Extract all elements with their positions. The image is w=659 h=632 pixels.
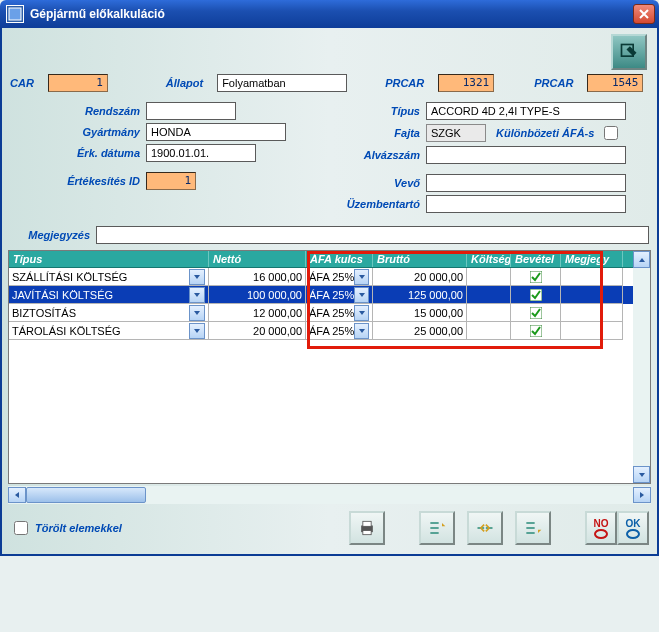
cell-netto[interactable]: 100 000,00 <box>209 286 306 304</box>
cell-megjegy[interactable] <box>561 286 623 304</box>
th-koltseg[interactable]: Költség <box>467 251 511 267</box>
scroll-left-button[interactable] <box>8 487 26 503</box>
car-label: CAR <box>10 77 34 89</box>
cell-tipus[interactable]: JAVÍTÁSI KÖLTSÉG <box>9 286 209 304</box>
gyartmany-label: Gyártmány <box>10 126 140 138</box>
cell-koltseg[interactable] <box>467 286 511 304</box>
th-tipus[interactable]: Típus <box>9 251 209 267</box>
th-bevetel[interactable]: Bevétel <box>511 251 561 267</box>
th-megjegy[interactable]: Megjegy <box>561 251 623 267</box>
ertid-label: Értékesítés ID <box>10 175 140 187</box>
dropdown-icon[interactable] <box>354 323 369 339</box>
prcar2-value: 1545 <box>587 74 643 92</box>
sort-button-3[interactable] <box>515 511 551 545</box>
cell-bevetel[interactable] <box>511 322 561 340</box>
table-body: SZÁLLÍTÁSI KÖLTSÉG16 000,00ÁFA 25%20 000… <box>9 268 650 340</box>
cell-brutto[interactable]: 125 000,00 <box>373 286 467 304</box>
cell-koltseg[interactable] <box>467 304 511 322</box>
cell-afa[interactable]: ÁFA 25% <box>306 322 373 340</box>
svg-point-10 <box>627 530 639 538</box>
svg-rect-7 <box>363 521 371 526</box>
cell-megjegy[interactable] <box>561 322 623 340</box>
print-button[interactable] <box>349 511 385 545</box>
th-brutto[interactable]: Bruttó <box>373 251 467 267</box>
allapot-label: Állapot <box>166 77 203 89</box>
cell-bevetel[interactable] <box>511 286 561 304</box>
cell-bevetel[interactable] <box>511 304 561 322</box>
table-row[interactable]: BIZTOSÍTÁS12 000,00ÁFA 25%15 000,00 <box>9 304 650 322</box>
fajta-field[interactable] <box>426 124 486 142</box>
scroll-thumb[interactable] <box>26 487 146 503</box>
svg-point-9 <box>595 530 607 538</box>
cell-afa[interactable]: ÁFA 25% <box>306 286 373 304</box>
cell-koltseg[interactable] <box>467 268 511 286</box>
dropdown-icon[interactable] <box>189 323 205 339</box>
table-row[interactable]: SZÁLLÍTÁSI KÖLTSÉG16 000,00ÁFA 25%20 000… <box>9 268 650 286</box>
th-netto[interactable]: Nettó <box>209 251 306 267</box>
no-button-label: NO <box>594 518 609 529</box>
car-value: 1 <box>48 74 108 92</box>
torolt-elemekkel-text: Törölt elemekkel <box>35 522 122 534</box>
cell-bevetel[interactable] <box>511 268 561 286</box>
cell-megjegy[interactable] <box>561 304 623 322</box>
prcar2-label: PRCAR <box>534 77 573 89</box>
edit-button[interactable] <box>611 34 647 70</box>
ok-button[interactable]: OK <box>617 511 649 545</box>
torolt-elemekkel-label[interactable]: Törölt elemekkel <box>10 518 122 538</box>
megjegyzes-label: Megjegyzés <box>10 229 90 241</box>
cell-afa[interactable]: ÁFA 25% <box>306 304 373 322</box>
ertid-value: 1 <box>146 172 196 190</box>
cell-koltseg[interactable] <box>467 322 511 340</box>
cell-netto[interactable]: 16 000,00 <box>209 268 306 286</box>
scroll-right-button[interactable] <box>633 487 651 503</box>
alvazszam-field[interactable] <box>426 146 626 164</box>
th-afakulcs[interactable]: ÁFA kulcs <box>306 251 373 267</box>
titlebar: Gépjármű előkalkuláció <box>0 0 659 28</box>
table-row[interactable]: TÁROLÁSI KÖLTSÉG20 000,00ÁFA 25%25 000,0… <box>9 322 650 340</box>
vertical-scrollbar[interactable] <box>633 251 650 483</box>
uzembentarto-label: Üzembentartó <box>330 198 420 210</box>
dropdown-icon[interactable] <box>189 269 205 285</box>
torolt-elemekkel-checkbox[interactable] <box>14 521 28 535</box>
top-toolbar <box>2 28 657 74</box>
table-row[interactable]: JAVÍTÁSI KÖLTSÉG100 000,00ÁFA 25%125 000… <box>9 286 650 304</box>
fajta-label: Fajta <box>330 127 420 139</box>
uzembentarto-field[interactable] <box>426 195 626 213</box>
kulonbozeti-checkbox[interactable] <box>604 126 618 140</box>
dropdown-icon[interactable] <box>189 287 205 303</box>
gyartmany-field[interactable] <box>146 123 286 141</box>
rendszam-field[interactable] <box>146 102 236 120</box>
kulonbozeti-label: Különbözeti ÁFÁ-s <box>496 127 594 139</box>
horizontal-scrollbar[interactable] <box>8 486 651 504</box>
no-button[interactable]: NO <box>585 511 617 545</box>
cell-tipus[interactable]: BIZTOSÍTÁS <box>9 304 209 322</box>
scroll-down-button[interactable] <box>633 466 650 483</box>
cell-netto[interactable]: 12 000,00 <box>209 304 306 322</box>
erkdatuma-field[interactable] <box>146 144 256 162</box>
dropdown-icon[interactable] <box>189 305 205 321</box>
erkdatuma-label: Érk. dátuma <box>10 147 140 159</box>
sort-button-1[interactable] <box>419 511 455 545</box>
cell-tipus[interactable]: SZÁLLÍTÁSI KÖLTSÉG <box>9 268 209 286</box>
cell-afa[interactable]: ÁFA 25% <box>306 268 373 286</box>
dropdown-icon[interactable] <box>354 287 369 303</box>
vevo-field[interactable] <box>426 174 626 192</box>
dropdown-icon[interactable] <box>354 305 369 321</box>
cell-tipus[interactable]: TÁROLÁSI KÖLTSÉG <box>9 322 209 340</box>
close-button[interactable] <box>633 4 655 24</box>
tipus-field[interactable] <box>426 102 626 120</box>
rendszam-label: Rendszám <box>10 105 140 117</box>
cell-brutto[interactable]: 25 000,00 <box>373 322 467 340</box>
window-title: Gépjármű előkalkuláció <box>30 7 633 21</box>
scroll-up-button[interactable] <box>633 251 650 268</box>
prcar1-label: PRCAR <box>385 77 424 89</box>
cell-brutto[interactable]: 20 000,00 <box>373 268 467 286</box>
cell-megjegy[interactable] <box>561 268 623 286</box>
sort-button-2[interactable] <box>467 511 503 545</box>
cell-netto[interactable]: 20 000,00 <box>209 322 306 340</box>
cell-brutto[interactable]: 15 000,00 <box>373 304 467 322</box>
tipus-label: Típus <box>330 105 420 117</box>
allapot-field[interactable] <box>217 74 347 92</box>
megjegyzes-field[interactable] <box>96 226 649 244</box>
dropdown-icon[interactable] <box>354 269 369 285</box>
